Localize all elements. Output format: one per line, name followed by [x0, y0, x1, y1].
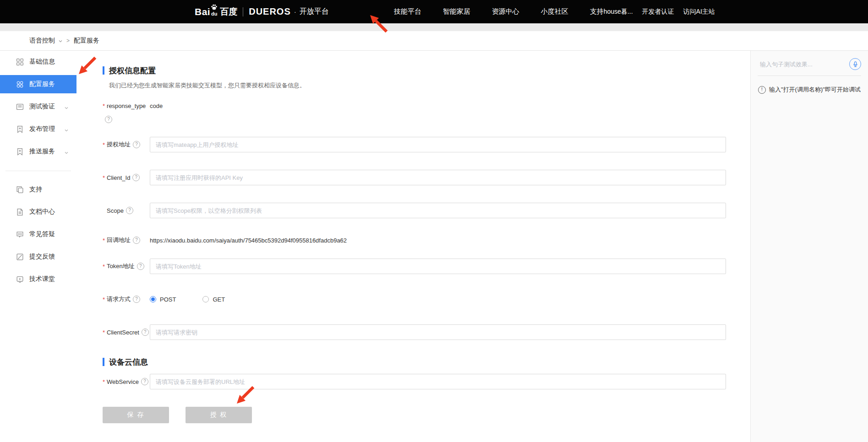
field-auth-url: * 授权地址 ? — [103, 137, 750, 152]
client-id-input[interactable] — [150, 170, 726, 185]
chevron-down-icon — [64, 104, 69, 112]
baidu-dueros-logo[interactable]: Bai du 百度 DUEROS · 开放平台 — [195, 6, 329, 18]
form-buttons: 保 存 授 权 — [103, 407, 750, 423]
doc-icon — [16, 103, 24, 111]
sidebar-item-push-service[interactable]: 推送服务 — [0, 142, 76, 161]
top-navbar: Bai du 百度 DUEROS · 开放平台 技能平台 智能家居 资源中心 小… — [0, 0, 868, 23]
sidebar-item-support[interactable]: 支持 — [0, 180, 76, 199]
chevron-down-icon — [64, 149, 69, 156]
section-bar — [103, 358, 104, 366]
scope-input[interactable] — [150, 203, 726, 218]
sidebar-item-basic-info[interactable]: 基础信息 — [0, 53, 76, 71]
sidebar-item-config-service[interactable]: 配置服务 — [0, 75, 76, 93]
required-mark: * — [103, 263, 105, 270]
field-scope: * Scope ? — [103, 203, 750, 218]
logo-text-dueros: DUEROS — [249, 6, 291, 17]
sidebar-item-label: 测试验证 — [29, 102, 55, 111]
config-service-main: 授权信息配置 我们已经为您生成智能家居类技能交互模型，您只需要授权相应设备信息。… — [76, 51, 750, 442]
save-button[interactable]: 保 存 — [103, 407, 169, 423]
authorize-button[interactable]: 授 权 — [186, 407, 252, 423]
sidebar-item-tech-class[interactable]: 技术课堂 — [0, 270, 76, 288]
sentence-test-input[interactable] — [759, 60, 843, 68]
auth-form: * response_type code ? * 授权地址 ? * C — [103, 101, 750, 423]
field-label: ClientSecret — [107, 329, 139, 336]
device-cloud-section-title: 设备云信息 — [103, 357, 750, 367]
sidebar-item-faq[interactable]: 常见答疑 — [0, 225, 76, 243]
sidebar-item-label: 技术课堂 — [29, 275, 55, 283]
sidebar-item-test-verify[interactable]: 测试验证 — [0, 97, 76, 116]
mic-button[interactable] — [849, 58, 861, 70]
field-client-secret: * ClientSecret ? — [103, 324, 750, 340]
nav-item-resource-center[interactable]: 资源中心 — [492, 7, 519, 16]
radio-get[interactable]: GET — [202, 296, 225, 303]
help-icon[interactable]: ? — [133, 237, 140, 244]
radio-post[interactable]: POST — [150, 296, 176, 303]
nav-item-xiaodu-community[interactable]: 小度社区 — [541, 7, 568, 16]
logo-text-baidu-cn: 百度 — [220, 6, 237, 18]
help-icon[interactable]: ? — [141, 378, 148, 385]
help-icon[interactable]: ? — [132, 174, 140, 181]
field-label: WebService — [107, 378, 139, 385]
username[interactable]: house暮... — [604, 8, 633, 16]
bookmark-plus-icon — [16, 148, 24, 156]
breadcrumb-parent[interactable]: 语音控制 — [29, 37, 55, 45]
help-icon[interactable]: ? — [126, 207, 133, 214]
help-icon[interactable]: ? — [133, 141, 140, 148]
chevron-down-icon[interactable] — [58, 39, 63, 43]
sidebar-item-doc-center[interactable]: 文档中心 — [0, 203, 76, 221]
sidebar-item-label: 配置服务 — [29, 80, 55, 88]
help-icon[interactable]: ? — [133, 296, 140, 303]
token-url-input[interactable] — [150, 259, 726, 274]
nav-item-support[interactable]: 支持 — [590, 7, 604, 16]
components-icon — [16, 81, 24, 88]
edit-icon — [16, 253, 24, 261]
field-label: 回调地址 — [107, 236, 131, 244]
radio-selected-icon — [150, 296, 156, 302]
nav-item-skill-platform[interactable]: 技能平台 — [394, 7, 421, 16]
field-label: Token地址 — [107, 262, 135, 270]
main-nav: 技能平台 智能家居 资源中心 小度社区 支持 — [394, 7, 604, 16]
sidebar-item-label: 文档中心 — [29, 208, 55, 216]
field-label: 授权地址 — [107, 140, 131, 149]
logo-text-du: du — [211, 12, 217, 16]
client-secret-input[interactable] — [150, 324, 726, 340]
response-type-help-row: ? — [103, 116, 750, 123]
chevron-down-icon — [64, 127, 69, 134]
field-webservice: * WebService ? — [103, 374, 750, 389]
auth-url-input[interactable] — [150, 137, 726, 152]
nav-link-ai-site[interactable]: 访问AI主站 — [683, 8, 715, 16]
sidebar-item-label: 支持 — [29, 185, 42, 194]
mic-icon — [852, 61, 859, 68]
callback-url-value: https://xiaodu.baidu.com/saiya/auth/7546… — [150, 237, 347, 244]
logo-text-open-platform: 开放平台 — [300, 7, 329, 16]
logo-divider — [243, 7, 243, 16]
help-icon[interactable]: ? — [137, 263, 144, 270]
sidebar-item-label: 常见答疑 — [29, 230, 55, 238]
required-mark: * — [103, 378, 105, 385]
required-mark: * — [103, 141, 105, 148]
webservice-input[interactable] — [150, 374, 726, 389]
breadcrumb-separator: > — [66, 38, 70, 44]
sidebar-item-feedback[interactable]: 提交反馈 — [0, 248, 76, 266]
grid-icon — [16, 58, 24, 66]
required-mark: * — [103, 102, 105, 109]
sidebar-item-publish-manage[interactable]: 发布管理 — [0, 120, 76, 138]
nav-item-smart-home[interactable]: 智能家居 — [443, 7, 470, 16]
field-request-method: * 请求方式 ? POST GET — [103, 291, 750, 307]
help-icon[interactable]: ? — [142, 329, 149, 336]
field-response-type: * response_type code — [103, 101, 750, 110]
breadcrumb-current: 配置服务 — [74, 37, 99, 45]
help-icon[interactable]: ? — [105, 116, 112, 123]
file-icon — [16, 208, 24, 216]
field-label: response_type — [107, 102, 146, 109]
chat-icon — [16, 231, 24, 238]
test-hint-text: 输入"打开(调用名称)"即可开始调试 — [769, 86, 861, 94]
section-bar — [103, 66, 104, 75]
breadcrumb: 语音控制 > 配置服务 — [0, 31, 868, 51]
field-token-url: * Token地址 ? — [103, 259, 750, 274]
sidebar: 基础信息 配置服务 测试验证 发布管理 推送服务 支持 文档中心 — [0, 51, 76, 442]
nav-link-developer-cert[interactable]: 开发者认证 — [642, 8, 674, 16]
required-mark: * — [103, 174, 105, 181]
field-label: Client_Id — [107, 174, 130, 181]
copy-icon — [16, 186, 24, 194]
